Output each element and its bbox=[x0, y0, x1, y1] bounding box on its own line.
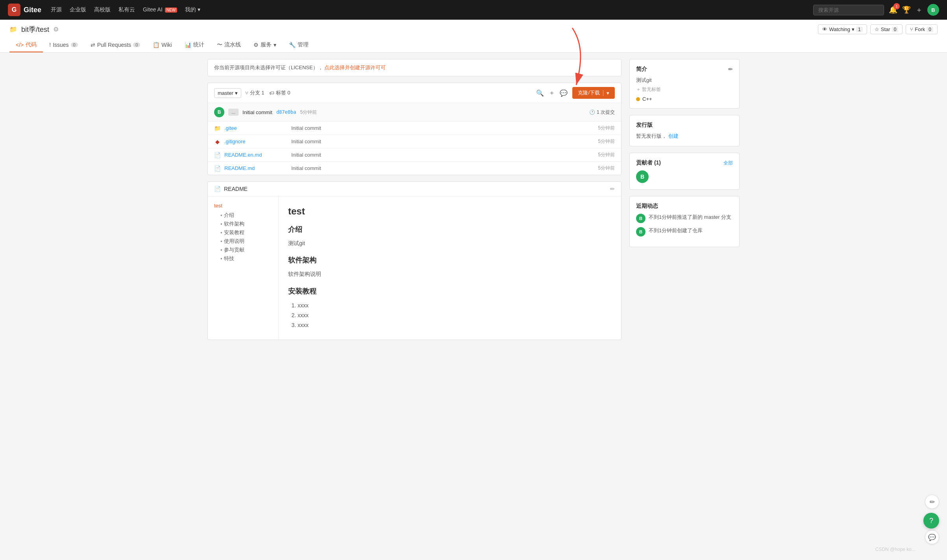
file-time-1: 5分钟前 bbox=[598, 138, 615, 145]
readme-section-arch-heading: 软件架构 bbox=[288, 255, 612, 265]
commit-hash[interactable]: d87e0ba bbox=[276, 109, 296, 115]
readme-en-icon: 📄 bbox=[214, 152, 220, 158]
toc-item-install[interactable]: •安装教程 bbox=[220, 229, 272, 236]
activity-avatar-0: B bbox=[636, 214, 646, 223]
readme-title: README bbox=[224, 186, 248, 192]
toc-item-arch[interactable]: •软件架构 bbox=[220, 220, 272, 227]
tab-wiki[interactable]: 📋 Wiki bbox=[146, 38, 178, 52]
file-time-2: 5分钟前 bbox=[598, 152, 615, 158]
repo-icon: 📁 bbox=[9, 26, 17, 33]
search-icon[interactable]: 🔍 bbox=[536, 89, 544, 97]
nav-opensource[interactable]: 开源 bbox=[51, 6, 62, 13]
nav-university[interactable]: 高校版 bbox=[94, 6, 111, 13]
license-banner: 你当前开源项目尚未选择许可证（LICENSE）， 点此选择并创建开源许可可 bbox=[207, 59, 621, 76]
readme-header: 📄 README ✏ bbox=[208, 182, 621, 196]
readme-edit-icon[interactable]: ✏ bbox=[610, 186, 615, 192]
nav-trophy-icon[interactable]: 🏆 bbox=[902, 6, 911, 14]
sidebar-intro-title: 简介 ✏ bbox=[636, 66, 733, 73]
list-item: xxxx bbox=[298, 301, 612, 310]
notification-bell[interactable]: 🔔 1 bbox=[889, 6, 897, 14]
file-row: 📄 README.md Initial commit 5分钟前 bbox=[208, 162, 621, 175]
toc-top-item[interactable]: test bbox=[214, 203, 272, 209]
create-release-link[interactable]: 创建 bbox=[668, 133, 679, 139]
lang-dot bbox=[636, 97, 640, 101]
search-input[interactable] bbox=[813, 5, 884, 15]
readme-content: test 介绍 测试git 软件架构 软件架构说明 安装教程 xxxx xxxx… bbox=[279, 196, 621, 340]
folder-icon: 📁 bbox=[214, 125, 220, 131]
tag-icon: 🏷 bbox=[269, 90, 274, 96]
top-navigation: G Gitee 开源 企业版 高校版 私有云 Gitee AI NEW 我的 ▾… bbox=[0, 0, 947, 20]
commit-row: B ... Initial commit d87e0ba 5分钟前 🕐 1 次提… bbox=[208, 103, 621, 122]
tab-pipeline[interactable]: 〜 流水线 bbox=[211, 38, 247, 52]
clone-download-button[interactable]: 克隆/下载 ▾ bbox=[572, 87, 615, 99]
tab-stats[interactable]: 📊 统计 bbox=[178, 38, 211, 52]
pr-badge: 0 bbox=[133, 43, 140, 47]
readme-icon: 📄 bbox=[214, 165, 220, 172]
activity-avatar-1: B bbox=[636, 227, 646, 237]
readme-section-intro-heading: 介绍 bbox=[288, 225, 612, 234]
notification-count: 1 bbox=[893, 3, 900, 9]
content-left: 你当前开源项目尚未选择许可证（LICENSE）， 点此选择并创建开源许可可 ma… bbox=[207, 59, 621, 340]
file-name-gitignore[interactable]: .gitignore bbox=[224, 139, 287, 144]
contributor-avatar[interactable]: B bbox=[636, 170, 649, 183]
file-name-gitee[interactable]: .gitee bbox=[224, 125, 287, 131]
branch-count: 分支 1 bbox=[250, 89, 264, 96]
repo-actions: 👁 Watching ▾ 1 ☆ Star 0 ⑂ Fork 0 bbox=[818, 24, 938, 34]
sidebar-intro: 简介 ✏ 测试git ＋ 暂无标签 C++ bbox=[629, 59, 740, 109]
branch-info: ⑂ 分支 1 🏷 标签 0 bbox=[245, 89, 290, 96]
nav-mine[interactable]: 我的 ▾ bbox=[185, 6, 200, 13]
toc-item-intro[interactable]: •介绍 bbox=[220, 212, 272, 219]
star-count: 0 bbox=[892, 27, 899, 32]
toc-item-tips[interactable]: •特技 bbox=[220, 255, 272, 262]
logo[interactable]: G Gitee bbox=[8, 4, 41, 16]
commit-time: 5分钟前 bbox=[300, 109, 317, 116]
readme-arch-body: 软件架构说明 bbox=[288, 270, 612, 278]
activity-title: 近期动态 bbox=[636, 203, 733, 210]
repo-settings-icon[interactable]: ⚙ bbox=[53, 26, 59, 33]
nav-gitee-ai[interactable]: Gitee AI NEW bbox=[143, 6, 177, 13]
intro-description: 测试git bbox=[636, 77, 733, 84]
tag-count: 标签 0 bbox=[276, 89, 290, 96]
tab-service[interactable]: ⚙ 服务 ▾ bbox=[247, 38, 283, 52]
watching-count: 1 bbox=[856, 27, 863, 32]
tab-pull-requests[interactable]: ⇄ Pull Requests 0 bbox=[84, 38, 147, 52]
nav-enterprise[interactable]: 企业版 bbox=[70, 6, 86, 13]
fork-button[interactable]: ⑂ Fork 0 bbox=[906, 24, 938, 34]
new-badge: NEW bbox=[165, 7, 177, 13]
license-text: 你当前开源项目尚未选择许可证（LICENSE）， bbox=[214, 65, 323, 70]
clone-dropdown-arrow: ▾ bbox=[603, 90, 609, 96]
file-row: 📁 .gitee Initial commit 5分钟前 bbox=[208, 122, 621, 135]
license-link[interactable]: 点此选择并创建开源许可可 bbox=[324, 65, 386, 70]
comment-icon[interactable]: 💬 bbox=[560, 89, 568, 97]
activity-item: B 不到1分钟前推送了新的 master 分支 bbox=[636, 214, 733, 223]
file-commit-msg-1: Initial commit bbox=[291, 139, 594, 144]
contributors-all-link[interactable]: 全部 bbox=[723, 160, 733, 166]
repo-name: bit季/test bbox=[21, 25, 49, 34]
nav-plus-icon[interactable]: ＋ bbox=[916, 5, 923, 15]
watching-button[interactable]: 👁 Watching ▾ 1 bbox=[818, 24, 867, 34]
commit-count: 🕐 1 次提交 bbox=[589, 109, 615, 116]
file-name-readme-en[interactable]: README.en.md bbox=[224, 152, 287, 158]
file-row: ◆ .gitignore Initial commit 5分钟前 bbox=[208, 135, 621, 148]
add-file-icon[interactable]: ＋ bbox=[549, 89, 555, 97]
tag-plus-icon[interactable]: ＋ bbox=[636, 87, 641, 92]
star-button[interactable]: ☆ Star 0 bbox=[870, 24, 903, 34]
toc-item-usage[interactable]: •使用说明 bbox=[220, 238, 272, 245]
file-name-readme[interactable]: README.md bbox=[224, 165, 287, 171]
nav-links: 开源 企业版 高校版 私有云 Gitee AI NEW 我的 ▾ bbox=[51, 6, 200, 13]
readme-body: test •介绍 •软件架构 •安装教程 •使用说明 •参与贡献 •特技 tes… bbox=[208, 196, 621, 340]
toc-item-contrib[interactable]: •参与贡献 bbox=[220, 246, 272, 253]
commit-message[interactable]: Initial commit bbox=[242, 109, 272, 115]
file-commit-msg-0: Initial commit bbox=[291, 125, 594, 131]
contributors-title: 贡献者 (1) bbox=[636, 159, 661, 166]
user-avatar-nav[interactable]: B bbox=[927, 4, 939, 16]
branch-name: master bbox=[218, 90, 233, 96]
tab-issues[interactable]: ! Issues 0 bbox=[43, 38, 84, 52]
nav-right: 🔔 1 🏆 ＋ B bbox=[813, 4, 939, 16]
intro-edit-icon[interactable]: ✏ bbox=[728, 66, 733, 72]
tab-code[interactable]: </> 代码 bbox=[9, 38, 43, 52]
sidebar-activity: 近期动态 B 不到1分钟前推送了新的 master 分支 B 不到1分钟前创建了… bbox=[629, 196, 740, 247]
nav-private-cloud[interactable]: 私有云 bbox=[118, 6, 135, 13]
tab-admin[interactable]: 🔧 管理 bbox=[283, 38, 315, 52]
branch-selector[interactable]: master ▾ bbox=[214, 88, 241, 98]
